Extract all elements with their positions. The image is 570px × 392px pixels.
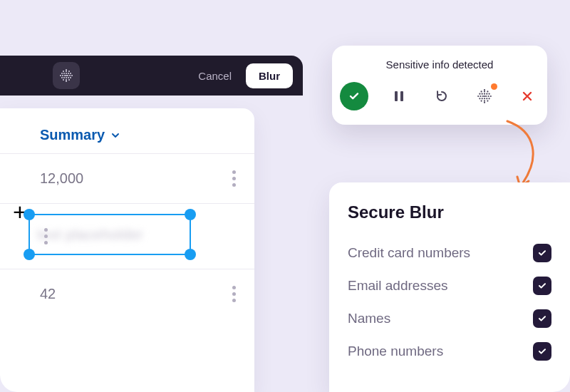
svg-point-12: [66, 75, 67, 76]
svg-point-39: [484, 96, 485, 97]
svg-point-42: [490, 96, 492, 97]
checkbox[interactable]: [533, 309, 551, 328]
option-credit-cards[interactable]: Credit card numbers: [348, 237, 551, 269]
svg-point-30: [487, 91, 488, 92]
svg-point-46: [486, 98, 487, 99]
data-row: 12,000: [0, 153, 254, 203]
svg-point-9: [60, 75, 61, 76]
svg-point-20: [70, 77, 71, 78]
pause-button[interactable]: [387, 84, 411, 108]
option-names[interactable]: Names: [348, 302, 551, 335]
close-button[interactable]: [515, 84, 539, 108]
resize-handle-bl[interactable]: [24, 249, 35, 260]
svg-point-0: [66, 69, 67, 71]
notification-dot-icon: [491, 83, 497, 90]
data-row-selected[interactable]: + text placeholder: [0, 203, 254, 269]
svg-point-21: [63, 79, 64, 81]
svg-point-37: [480, 96, 481, 97]
selection-box[interactable]: text placeholder: [28, 214, 191, 255]
resize-handle-tl[interactable]: [24, 209, 35, 220]
svg-point-8: [70, 73, 71, 74]
svg-point-43: [479, 98, 480, 99]
svg-point-29: [484, 91, 485, 92]
svg-point-41: [487, 96, 489, 97]
svg-point-28: [481, 91, 482, 92]
svg-point-45: [484, 98, 485, 99]
svg-point-44: [482, 98, 483, 99]
check-icon: [348, 90, 361, 103]
svg-point-3: [68, 71, 70, 72]
data-row: 42: [0, 269, 254, 319]
option-label: Names: [348, 311, 390, 326]
row-value: 12,000: [40, 170, 83, 187]
svg-point-36: [477, 96, 479, 97]
check-icon: [537, 248, 547, 258]
checkbox[interactable]: [533, 244, 551, 262]
svg-point-13: [67, 75, 68, 76]
svg-point-17: [63, 77, 65, 78]
option-label: Credit card numbers: [348, 245, 470, 261]
svg-point-6: [66, 73, 67, 74]
summary-label: Summary: [40, 127, 105, 143]
option-phone[interactable]: Phone numbers: [348, 335, 551, 368]
svg-point-50: [487, 100, 488, 102]
check-icon: [537, 281, 547, 291]
row-menu-button[interactable]: [228, 166, 240, 191]
svg-point-22: [66, 79, 67, 81]
svg-point-35: [489, 93, 490, 95]
restart-button[interactable]: [430, 84, 454, 108]
resize-handle-br[interactable]: [185, 249, 196, 260]
svg-point-19: [68, 77, 69, 78]
svg-rect-25: [395, 91, 398, 101]
close-icon: [521, 90, 534, 103]
svg-point-32: [482, 93, 483, 95]
svg-point-48: [481, 100, 482, 102]
resize-handle-tr[interactable]: [185, 209, 196, 220]
svg-point-14: [69, 75, 71, 76]
option-label: Email addresses: [348, 278, 447, 294]
svg-point-2: [66, 71, 67, 72]
secure-blur-title: Secure Blur: [348, 202, 551, 222]
logo-dotgrid-icon: [59, 68, 73, 83]
toolbar-title: Sensitive info detected: [386, 58, 494, 71]
checkbox[interactable]: [533, 342, 551, 361]
svg-point-4: [61, 73, 63, 74]
secure-blur-panel: Secure Blur Credit card numbers Email ad…: [329, 182, 570, 392]
detection-toolbar: Sensitive info detected: [332, 46, 547, 125]
svg-point-24: [66, 81, 67, 82]
secure-blur-button[interactable]: [472, 84, 497, 108]
editor-body: Summary 12,000 + text placeholder 42: [0, 108, 254, 392]
svg-point-1: [63, 71, 64, 72]
svg-point-38: [482, 96, 484, 97]
svg-point-27: [484, 89, 485, 91]
svg-point-31: [479, 93, 480, 95]
confirm-button[interactable]: [340, 82, 368, 110]
blur-button[interactable]: Blur: [246, 63, 293, 88]
checkbox[interactable]: [533, 277, 551, 295]
restart-icon: [435, 89, 449, 103]
svg-point-5: [63, 73, 65, 74]
svg-point-10: [62, 75, 63, 76]
svg-rect-26: [400, 91, 403, 101]
svg-point-23: [68, 79, 70, 81]
svg-point-15: [71, 75, 73, 76]
svg-point-7: [68, 73, 69, 74]
editor-panel: Cancel Blur Summary 12,000 + text placeh…: [0, 56, 303, 392]
cancel-button[interactable]: Cancel: [192, 66, 237, 86]
summary-dropdown[interactable]: Summary: [0, 127, 254, 153]
check-icon: [537, 314, 547, 324]
toolbar-actions: [340, 82, 539, 110]
option-email[interactable]: Email addresses: [348, 269, 551, 302]
chevron-down-icon: [110, 130, 120, 140]
dotgrid-icon: [477, 88, 492, 104]
pause-icon: [393, 90, 405, 103]
svg-point-47: [489, 98, 490, 99]
row-menu-button[interactable]: [228, 282, 240, 306]
svg-point-34: [486, 93, 487, 95]
svg-point-18: [66, 77, 67, 78]
app-logo[interactable]: [53, 62, 80, 89]
svg-point-40: [485, 96, 487, 97]
blurred-content: text placeholder: [37, 227, 143, 243]
row-value: 42: [40, 286, 56, 302]
svg-point-11: [64, 75, 66, 76]
